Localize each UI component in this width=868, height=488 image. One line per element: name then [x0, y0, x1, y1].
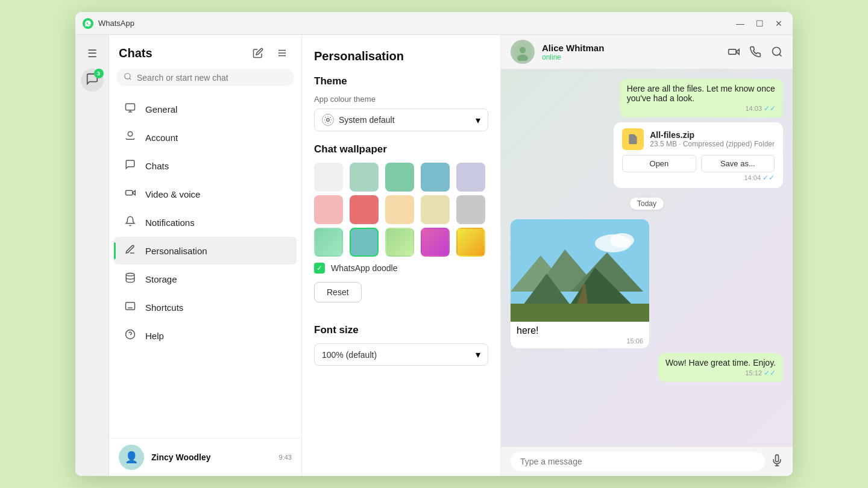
menu-button[interactable]: ☰: [81, 42, 104, 65]
wallpaper-swatch-w13[interactable]: [385, 228, 414, 257]
contact-info: Alice Whitman online: [542, 43, 720, 61]
wallpaper-swatch-w11[interactable]: [314, 228, 343, 257]
nav-item-chats[interactable]: Chats: [114, 152, 297, 180]
nav-item-personalisation[interactable]: Personalisation: [114, 237, 297, 264]
file-actions: Open Save as...: [622, 155, 775, 172]
contact-status: online: [542, 53, 720, 61]
font-section: Font size 100% (default) ▾: [314, 324, 488, 366]
left-panel-header: Chats: [109, 35, 301, 69]
app-body: ☰ 3 Chats: [75, 35, 793, 476]
video-voice-icon: [124, 187, 137, 201]
zip-file-icon: [622, 128, 644, 150]
search-bar[interactable]: [116, 69, 294, 86]
wallpaper-swatch-w4[interactable]: [421, 163, 450, 192]
font-size-value: 100% (default): [322, 350, 471, 360]
reset-button[interactable]: Reset: [314, 282, 362, 302]
chat-preview-zincy[interactable]: 👤 Zincy Woodley 9:43: [109, 438, 301, 476]
file-info: All-files.zip 23.5 MB · Compressed (zipp…: [622, 128, 775, 150]
wallpaper-swatch-w5[interactable]: [456, 163, 485, 192]
theme-mode-icon: [322, 114, 334, 126]
wallpaper-swatch-w12[interactable]: [350, 228, 379, 257]
help-label: Help: [145, 331, 164, 341]
whatsapp-doodle-label: WhatsApp doodle: [331, 263, 398, 273]
shortcuts-icon: [124, 301, 137, 314]
wallpaper-swatch-w3[interactable]: [385, 163, 414, 192]
open-file-button[interactable]: Open: [622, 155, 696, 172]
nav-item-general[interactable]: General: [114, 95, 297, 123]
zincy-name: Zincy Woodley: [151, 452, 272, 462]
nav-item-storage[interactable]: Storage: [114, 265, 297, 293]
video-voice-label: Video & voice: [145, 189, 200, 199]
new-chat-button[interactable]: [248, 43, 268, 63]
wallpaper-swatch-w9[interactable]: [421, 195, 450, 224]
photo-time: 15:06: [517, 337, 643, 345]
minimize-button[interactable]: —: [734, 17, 747, 30]
nav-item-video-voice[interactable]: Video & voice: [114, 180, 297, 208]
chat-input-bar: [501, 446, 793, 476]
voice-call-button[interactable]: [749, 46, 761, 58]
left-panel-actions: [248, 43, 292, 63]
svg-point-24: [610, 233, 634, 248]
personalisation-icon: [124, 244, 137, 257]
chat-header: Alice Whitman online: [501, 35, 793, 69]
wallpaper-swatch-w10[interactable]: [456, 195, 485, 224]
general-icon: [124, 102, 137, 116]
nav-item-account[interactable]: Account: [114, 124, 297, 151]
nav-item-shortcuts[interactable]: Shortcuts: [114, 293, 297, 321]
chevron-down-icon: ▾: [476, 114, 480, 126]
svg-rect-8: [126, 190, 133, 195]
wallpaper-swatch-w7[interactable]: [350, 195, 379, 224]
message-m1: Here are all the files. Let me know once…: [620, 79, 783, 117]
day-divider: Today: [511, 198, 783, 210]
nav-item-notifications[interactable]: Notifications: [114, 208, 297, 236]
photo-caption-area: here! 15:06: [511, 322, 649, 348]
message-time-m1: 14:03 ✓✓: [627, 104, 776, 113]
account-icon: [124, 131, 137, 144]
message-m4: Wow! Have great time. Enjoy. 15:12 ✓✓: [658, 353, 783, 382]
personalisation-panel: Personalisation Theme App colour theme S…: [302, 35, 501, 476]
notifications-label: Notifications: [145, 217, 195, 228]
chat-search-button[interactable]: [771, 46, 783, 58]
chats-button[interactable]: 3: [81, 69, 104, 92]
message-ticks-m2: ✓✓: [763, 174, 775, 182]
message-ticks-m4: ✓✓: [764, 369, 776, 377]
theme-dropdown[interactable]: System default ▾: [314, 108, 488, 131]
wallpaper-swatch-w8[interactable]: [385, 195, 414, 224]
app-title: WhatsApp: [98, 19, 134, 28]
search-input[interactable]: [137, 73, 287, 83]
message-input[interactable]: [511, 452, 765, 471]
contact-avatar: [511, 40, 535, 64]
message-photo-m3: here! 15:06: [511, 219, 649, 348]
microphone-button[interactable]: [771, 454, 783, 469]
personalisation-title: Personalisation: [314, 49, 488, 63]
font-size-dropdown[interactable]: 100% (default) ▾: [314, 343, 488, 366]
filter-button[interactable]: [272, 43, 292, 63]
svg-point-20: [773, 48, 781, 55]
search-icon: [124, 72, 132, 83]
save-file-button[interactable]: Save as...: [701, 155, 775, 172]
left-panel: Chats: [109, 35, 302, 476]
video-call-button[interactable]: [728, 46, 740, 58]
maximize-button[interactable]: ☐: [753, 17, 766, 30]
contact-name: Alice Whitman: [542, 43, 720, 53]
close-button[interactable]: ✕: [772, 17, 785, 30]
wallpaper-swatch-w14[interactable]: [421, 228, 450, 257]
font-chevron-icon: ▾: [476, 349, 480, 360]
message-file-m2: All-files.zip 23.5 MB · Compressed (zipp…: [614, 122, 783, 188]
storage-icon: [124, 272, 137, 286]
wallpaper-swatch-w2[interactable]: [350, 163, 379, 192]
photo-image: [511, 219, 649, 322]
nav-item-help[interactable]: Help: [114, 322, 297, 349]
wallpaper-swatch-w6[interactable]: [314, 195, 343, 224]
svg-rect-30: [511, 304, 649, 322]
messages-area[interactable]: Here are all the files. Let me know once…: [501, 69, 793, 446]
theme-section-title: Theme: [314, 75, 488, 87]
whatsapp-doodle-checkbox[interactable]: ✓: [314, 263, 325, 274]
svg-rect-5: [126, 104, 135, 110]
file-name: All-files.zip: [650, 130, 775, 140]
svg-point-14: [327, 119, 330, 122]
wallpaper-swatch-w15[interactable]: [456, 228, 485, 257]
zincy-avatar: 👤: [119, 445, 144, 470]
wallpaper-swatch-w1[interactable]: [314, 163, 343, 192]
font-section-title: Font size: [314, 324, 488, 336]
